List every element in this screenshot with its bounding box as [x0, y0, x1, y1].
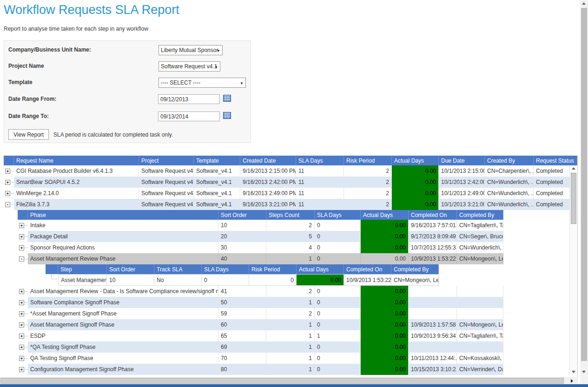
- expand-toggle-icon[interactable]: +: [5, 169, 10, 174]
- step-row[interactable]: Asset Managemen... 10 No 0 0 0.00 10/9/2…: [46, 274, 439, 286]
- report-horizontal-scrollbar[interactable]: [0, 377, 578, 384]
- phase-row[interactable]: + Intake 10 2 0 0.00 9/16/2013 7:57:01 .…: [18, 220, 503, 231]
- cell-sla-days: 0: [315, 286, 361, 297]
- cell-sla-days: 0: [315, 308, 361, 319]
- expand-toggle-icon[interactable]: +: [19, 234, 24, 239]
- cell-steps-count: 1: [266, 319, 315, 330]
- company-label: Company/Business Unit Name:: [8, 46, 91, 53]
- col-risk-period: Risk Period: [344, 156, 392, 165]
- cell-completed-by: [457, 341, 503, 353]
- date-from-input[interactable]: [158, 94, 220, 104]
- cell-sla-days: 0: [315, 220, 361, 231]
- request-row[interactable]: - FileZilla 3.7.3 Software Request v4.1 …: [4, 199, 577, 210]
- phase-row[interactable]: + *Asset Management Signoff Phase 59 2 0…: [18, 308, 503, 319]
- phase-row[interactable]: + Configuration Management Signoff Phase…: [18, 364, 503, 375]
- scroll-up-icon[interactable]: [572, 167, 575, 170]
- scroll-down-icon[interactable]: [582, 371, 586, 373]
- cell-steps-count: 1: [266, 341, 315, 353]
- expand-toggle-icon[interactable]: +: [19, 300, 24, 305]
- request-row[interactable]: + WinMerge 2.14.0 Software Request v4.1 …: [4, 188, 577, 199]
- tree-dots: [11, 204, 14, 205]
- cell-actual-days: 0.00: [392, 165, 439, 177]
- company-select[interactable]: Liberty Mutual Sponsor ▼: [159, 45, 223, 55]
- expand-toggle-icon[interactable]: +: [19, 223, 24, 228]
- cell-sla-days: 11: [296, 188, 344, 199]
- phase-row[interactable]: + Asset Management Review - Data - Is So…: [18, 286, 503, 297]
- col-risk-period: Risk Period: [249, 264, 297, 274]
- expand-cell: +: [4, 188, 14, 199]
- cell-sort-order: 41: [218, 286, 266, 297]
- cell-created-by: CN=Charpentier\, ...: [485, 165, 534, 177]
- scroll-up-icon[interactable]: [582, 2, 586, 5]
- phase-row-selected[interactable]: - Asset Management Review Phase 40 1 0 0…: [18, 253, 503, 264]
- cell-completed-on: [409, 297, 457, 308]
- expand-toggle-icon[interactable]: +: [5, 191, 10, 196]
- date-to-label: Date Range To:: [8, 113, 49, 119]
- template-select-value: ---- SELECT ----: [161, 79, 200, 86]
- col-actual-days: Actual Days: [392, 156, 439, 165]
- phase-row[interactable]: + Package Detail 20 5 0 0.00 9/17/2013 8…: [18, 231, 503, 242]
- col-due-date: Due Date: [439, 156, 485, 165]
- cell-risk-period: 2: [344, 165, 392, 177]
- cell-steps-count: 2: [266, 286, 315, 297]
- scrollbar-thumb[interactable]: [571, 173, 576, 224]
- collapse-toggle-icon[interactable]: -: [19, 256, 24, 262]
- window-vertical-scrollbar[interactable]: [580, 0, 588, 384]
- scroll-right-icon[interactable]: [571, 379, 573, 383]
- view-report-button[interactable]: View Report: [8, 129, 49, 140]
- expand-toggle-icon[interactable]: +: [19, 345, 24, 350]
- date-to-input[interactable]: [158, 112, 220, 121]
- request-row[interactable]: + CGI Ratabase Product Builder v6.4.1.3 …: [4, 165, 577, 177]
- expand-toggle-icon[interactable]: +: [19, 322, 24, 328]
- expand-toggle-icon[interactable]: +: [19, 334, 24, 339]
- cell-phase: QA Testing Signoff Phase: [28, 353, 218, 364]
- expand-toggle-icon[interactable]: +: [19, 367, 24, 372]
- col-sla-days: SLA Days: [202, 264, 249, 274]
- request-row[interactable]: + SmartBear SOAPUI 4.5.2 Software Reques…: [4, 177, 577, 188]
- expand-toggle-icon[interactable]: -: [5, 202, 10, 207]
- calendar-icon[interactable]: [223, 95, 231, 102]
- expand-cell: +: [4, 177, 14, 188]
- cell-completed-on: [409, 286, 457, 297]
- cell-sort-order: 40: [218, 253, 266, 264]
- phase-row[interactable]: + Sponsor Required Actions 30 4 0 0.00 1…: [18, 242, 503, 253]
- cell-phase: ESDP: [28, 330, 218, 341]
- phase-table-header: Phase Sort Order Steps Count SLA Days Ac…: [18, 210, 503, 220]
- cell-completed-by: CN=Tagliaferri\, Ta...: [457, 330, 503, 341]
- phase-row[interactable]: + *QA Testing Signoff Phase 69 1 0 0.00: [18, 341, 503, 353]
- phase-row[interactable]: + Asset Management Signoff Phase 60 1 0 …: [18, 319, 503, 330]
- project-select[interactable]: Software Request v4.1 ▼: [159, 61, 220, 72]
- cell-steps-count: 2: [266, 308, 315, 319]
- cell-sla-days: 0: [315, 242, 361, 253]
- scrollbar-thumb[interactable]: [0, 378, 564, 384]
- phase-row[interactable]: + Software Compliance Signoff Phase 50 1…: [18, 297, 503, 308]
- expand-cell: +: [18, 231, 28, 242]
- expand-cell: +: [18, 364, 28, 375]
- phase-row[interactable]: + ESDP 65 1 1 0.00 10/9/2013 9:56:34 ...…: [18, 330, 503, 341]
- expand-cell: +: [4, 165, 14, 177]
- expand-cell: +: [18, 242, 28, 253]
- expand-toggle-icon[interactable]: +: [19, 311, 24, 316]
- expand-cell: +: [18, 330, 28, 341]
- col-created-date: Created Date: [240, 156, 296, 165]
- calendar-icon[interactable]: [223, 112, 231, 119]
- scrollbar-thumb[interactable]: [581, 8, 587, 361]
- cell-steps-count: 5: [266, 231, 315, 242]
- cell-sla-days: 1: [315, 330, 361, 341]
- phase-row[interactable]: + QA Testing Signoff Phase 70 1 0 0.00 1…: [18, 353, 503, 364]
- col-created-by: Created By: [485, 156, 534, 165]
- report-vertical-scrollbar[interactable]: [569, 165, 577, 375]
- expand-toggle-icon[interactable]: +: [19, 289, 24, 294]
- page-title: Workflow Requests SLA Report: [4, 3, 179, 17]
- cell-sla-days: 0: [315, 341, 361, 353]
- page-subtitle: Report to analyse time taken for each st…: [4, 26, 148, 32]
- template-select[interactable]: ---- SELECT ---- ▼: [159, 78, 246, 88]
- expand-toggle-icon[interactable]: +: [19, 356, 24, 361]
- expand-toggle-icon[interactable]: +: [19, 245, 24, 250]
- col-actual-days: Actual Days: [361, 210, 409, 220]
- cell-template: Software_v4.1: [194, 177, 240, 188]
- expand-toggle-icon[interactable]: +: [5, 180, 10, 185]
- cell-actual-days: 0.00: [361, 330, 409, 341]
- cell-actual-days: 0.00: [297, 274, 344, 286]
- scroll-down-icon[interactable]: [572, 371, 575, 373]
